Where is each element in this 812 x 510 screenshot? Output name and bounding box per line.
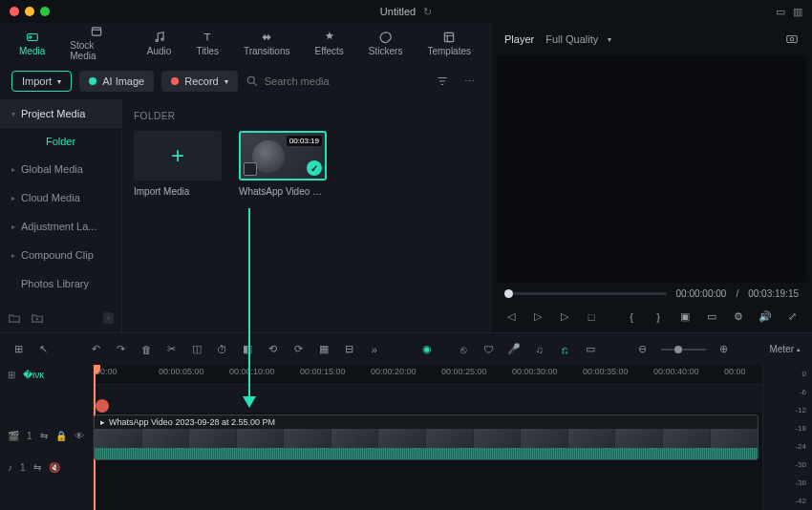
chevron-right-icon: ▸ bbox=[11, 194, 17, 202]
play-forward-icon[interactable]: ▷ bbox=[558, 310, 571, 323]
cloud-sync-icon[interactable]: ↻ bbox=[423, 6, 432, 18]
music-icon[interactable]: ♫ bbox=[532, 344, 545, 355]
link-icon[interactable]: �ινκ bbox=[23, 370, 44, 380]
collapse-sidebar-icon[interactable]: ‹ bbox=[103, 312, 114, 324]
svg-point-3 bbox=[156, 39, 158, 41]
ruler-mark: 00:00:35:00 bbox=[583, 367, 629, 376]
minimize-window-icon[interactable] bbox=[25, 7, 34, 16]
timeline-tracks[interactable]: 00:00 00:00:05:00 00:00:10:00 00:00:15:0… bbox=[94, 365, 762, 510]
track-toggle-icon[interactable]: ⇆ bbox=[40, 431, 48, 441]
svg-point-8 bbox=[790, 37, 794, 41]
crop-icon[interactable]: ▣ bbox=[678, 310, 692, 323]
delete-icon[interactable]: 🗑 bbox=[139, 344, 153, 355]
mic-icon[interactable]: 🎤 bbox=[507, 343, 521, 355]
meter-scale: 0 bbox=[763, 365, 812, 383]
audio-track[interactable] bbox=[94, 460, 762, 478]
tab-templates[interactable]: Templates bbox=[416, 29, 482, 58]
close-window-icon[interactable] bbox=[10, 7, 19, 16]
sidebar-item-adjustment-layer[interactable]: ▸Adjustment La... bbox=[0, 212, 121, 241]
tab-audio[interactable]: Audio bbox=[136, 29, 183, 58]
adjust-icon[interactable]: ▦ bbox=[317, 343, 331, 355]
tab-effects[interactable]: Effects bbox=[303, 29, 354, 58]
sidebar-item-photos-library[interactable]: Photos Library bbox=[0, 269, 121, 298]
zoom-out-icon[interactable]: ⊖ bbox=[635, 343, 649, 355]
filter-icon[interactable] bbox=[432, 73, 453, 90]
sidebar-item-compound-clip[interactable]: ▸Compound Clip bbox=[0, 241, 121, 269]
import-media-card[interactable]: + Import Media bbox=[134, 131, 222, 197]
timeline-clip[interactable]: ▸ WhatsApp Video 2023-09-28 at 2.55.00 P… bbox=[94, 414, 759, 460]
volume-icon[interactable]: 🔊 bbox=[759, 310, 772, 323]
video-track-header[interactable]: 🎬 1 ⇆ 🔒 👁 bbox=[0, 413, 93, 458]
mixer-icon[interactable]: ⎌ bbox=[558, 344, 571, 355]
track-toggle-icon[interactable]: ⇆ bbox=[33, 462, 41, 473]
clip-select-checkbox[interactable] bbox=[244, 162, 257, 176]
color-icon[interactable]: ◧ bbox=[241, 343, 254, 355]
redo-icon[interactable]: ↷ bbox=[115, 343, 128, 355]
prev-frame-icon[interactable]: ◁ bbox=[504, 310, 518, 323]
player-viewport[interactable] bbox=[497, 55, 806, 283]
marker-icon[interactable]: ⎋ bbox=[457, 344, 470, 355]
track-options-icon[interactable]: ⊞ bbox=[11, 343, 25, 355]
folder-label[interactable]: Folder bbox=[0, 128, 121, 155]
layout-alt-icon[interactable]: ▥ bbox=[793, 6, 802, 18]
ai-image-button[interactable]: AI Image bbox=[79, 71, 154, 92]
record-button[interactable]: Record ▾ bbox=[161, 71, 237, 92]
time-ruler[interactable]: 00:00 00:00:05:00 00:00:10:00 00:00:15:0… bbox=[94, 365, 762, 384]
mark-in-icon[interactable]: { bbox=[625, 311, 638, 323]
mute-icon[interactable]: 🔇 bbox=[49, 462, 60, 473]
player-scrubber[interactable] bbox=[504, 292, 667, 295]
crop-tool-icon[interactable]: ◫ bbox=[190, 343, 203, 355]
group-icon[interactable]: ⊟ bbox=[342, 343, 355, 355]
speed-icon[interactable]: ⏱ bbox=[216, 344, 229, 355]
sidebar-header-label: Project Media bbox=[21, 108, 85, 119]
tab-titles[interactable]: Titles bbox=[184, 29, 230, 58]
audio-track-number: 1 bbox=[20, 462, 26, 473]
quality-dropdown[interactable]: Full Quality ▾ bbox=[545, 33, 611, 45]
rotate-icon[interactable]: ⟲ bbox=[267, 343, 280, 355]
zoom-in-icon[interactable]: ⊕ bbox=[717, 343, 731, 355]
shield-icon[interactable]: 🛡 bbox=[481, 344, 495, 355]
stop-icon[interactable]: □ bbox=[585, 311, 598, 323]
video-track[interactable]: ▸ WhatsApp Video 2023-09-28 at 2.55.00 P… bbox=[94, 414, 762, 460]
more-icon[interactable]: ⋯ bbox=[460, 74, 479, 90]
empty-track[interactable] bbox=[94, 384, 762, 413]
scrubber-handle-icon[interactable] bbox=[504, 289, 513, 298]
maximize-window-icon[interactable] bbox=[40, 7, 50, 16]
fullscreen-icon[interactable]: ⤢ bbox=[785, 310, 799, 323]
tab-transitions[interactable]: Transitions bbox=[232, 29, 302, 58]
visibility-icon[interactable]: 👁 bbox=[75, 431, 84, 441]
undo-icon[interactable]: ↶ bbox=[89, 343, 102, 355]
render-icon[interactable]: ▭ bbox=[583, 343, 596, 355]
track-node-icon[interactable] bbox=[96, 399, 109, 413]
display-icon[interactable]: ▭ bbox=[705, 310, 718, 323]
tab-media[interactable]: Media bbox=[8, 29, 56, 58]
timeline-options-icon[interactable]: ⊞ bbox=[8, 370, 15, 380]
zoom-slider[interactable] bbox=[661, 349, 706, 351]
settings-icon[interactable]: ⚙ bbox=[732, 310, 745, 323]
ai-tool-icon[interactable]: ◉ bbox=[419, 343, 433, 355]
loop-icon[interactable]: ⟳ bbox=[291, 343, 305, 355]
import-label: Import bbox=[22, 75, 52, 87]
sidebar-header-project-media[interactable]: ▾ Project Media bbox=[0, 99, 121, 128]
tab-stickers[interactable]: Stickers bbox=[357, 29, 415, 58]
search-input[interactable] bbox=[265, 75, 424, 87]
new-bin-icon[interactable] bbox=[31, 311, 44, 325]
pointer-tool-icon[interactable]: ↖ bbox=[36, 343, 50, 355]
sidebar-item-cloud-media[interactable]: ▸Cloud Media bbox=[0, 183, 121, 212]
layout-icon[interactable]: ▭ bbox=[776, 6, 785, 18]
tab-stock-media[interactable]: Stock Media bbox=[58, 23, 134, 63]
sidebar-item-global-media[interactable]: ▸Global Media bbox=[0, 155, 121, 183]
mark-out-icon[interactable]: } bbox=[652, 311, 665, 323]
snapshot-icon[interactable] bbox=[785, 32, 799, 46]
lock-icon[interactable]: 🔒 bbox=[55, 431, 67, 441]
svg-point-4 bbox=[160, 38, 162, 40]
media-clip-card[interactable]: 00:03:19 ✓ WhatsApp Video 202... bbox=[239, 131, 327, 197]
new-folder-icon[interactable] bbox=[8, 311, 21, 325]
meter-toggle[interactable]: Meter ▴ bbox=[769, 344, 801, 354]
play-icon[interactable]: ▷ bbox=[531, 310, 545, 323]
import-button[interactable]: Import ▾ bbox=[11, 71, 72, 92]
more-tools-icon[interactable]: » bbox=[368, 344, 381, 355]
search-field[interactable] bbox=[246, 74, 424, 88]
audio-track-header[interactable]: ♪ 1 ⇆ 🔇 bbox=[0, 458, 93, 476]
split-icon[interactable]: ✂ bbox=[165, 343, 179, 355]
